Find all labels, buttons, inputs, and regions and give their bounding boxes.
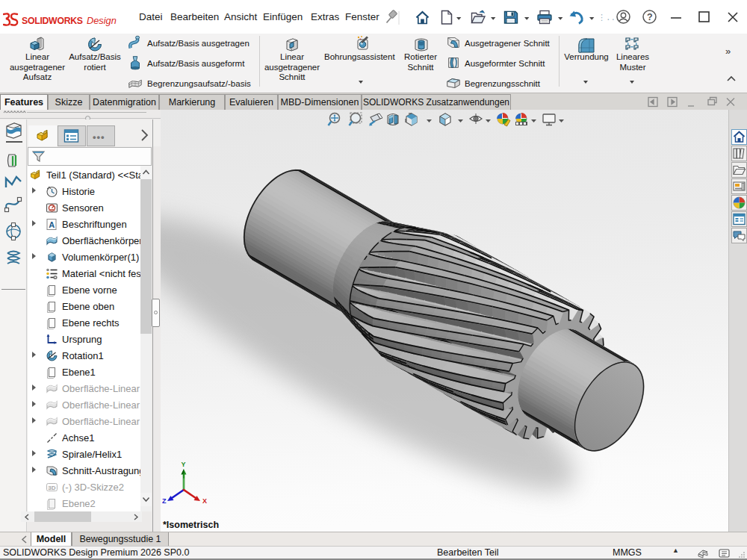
svg-text:?: ? [647,12,653,22]
svg-text:Design: Design [87,15,117,26]
svg-text:SOLIDWORKS: SOLIDWORKS [22,16,83,26]
svg-text:Y: Y [182,461,186,468]
svg-text:⋮..: ⋮.. [598,13,616,22]
svg-text:A: A [49,220,55,229]
svg-text:X: X [202,497,207,505]
svg-text:Z: Z [162,497,167,505]
svg-text:3D: 3D [48,485,55,491]
